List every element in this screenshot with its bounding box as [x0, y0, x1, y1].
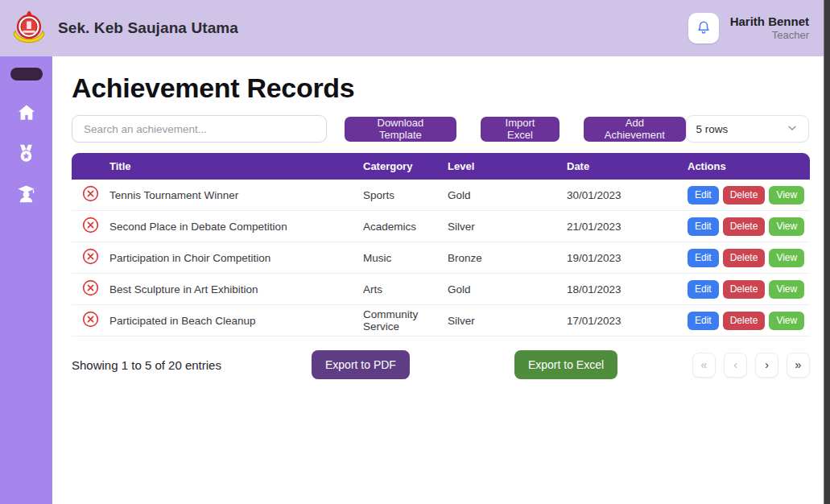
cell-title: Second Place in Debate Competition [109, 221, 363, 233]
sidebar-item-home[interactable] [10, 98, 43, 130]
remove-row-button[interactable] [72, 279, 109, 300]
cell-actions: Edit Delete View [688, 249, 810, 267]
sidebar-toggle-button[interactable] [10, 68, 43, 81]
cell-level: Silver [448, 221, 567, 233]
column-header-actions: Actions [688, 160, 810, 172]
edit-button[interactable]: Edit [688, 249, 719, 267]
bell-icon [696, 19, 712, 38]
edit-button[interactable]: Edit [688, 312, 719, 330]
cell-date: 30/01/2023 [567, 189, 688, 201]
cell-actions: Edit Delete View [688, 312, 810, 330]
last-page-button[interactable]: » [787, 353, 810, 378]
cell-actions: Edit Delete View [688, 186, 810, 204]
user-role: Teacher [730, 29, 809, 42]
table-row: Participation in Choir Competition Music… [72, 242, 810, 274]
sidebar-item-students[interactable] [10, 179, 43, 211]
table-row: Best Sculpture in Art Exhibition Arts Go… [72, 274, 810, 305]
edit-button[interactable]: Edit [688, 280, 719, 299]
column-header-level: Level [448, 160, 567, 172]
table-body: Tennis Tournament Winner Sports Gold 30/… [72, 180, 810, 337]
column-header-date: Date [567, 160, 688, 172]
red-circle-x-icon [81, 310, 100, 331]
cell-date: 18/01/2023 [567, 283, 688, 295]
cell-category: Sports [363, 189, 448, 201]
pagination: « ‹ › » [692, 353, 810, 378]
achievements-table: Title Catergory Level Date Actions Tenni… [72, 153, 810, 337]
page-title: Achievement Records [72, 72, 809, 104]
sidebar [0, 56, 52, 504]
column-header-category: Catergory [363, 160, 448, 172]
red-circle-x-icon [81, 279, 100, 300]
cell-date: 17/01/2023 [567, 315, 688, 327]
table-row: Second Place in Debate Competition Acade… [72, 211, 810, 242]
cell-category: Community Service [363, 308, 448, 333]
view-button[interactable]: View [769, 217, 804, 236]
delete-button[interactable]: Delete [723, 217, 766, 236]
delete-button[interactable]: Delete [723, 249, 766, 267]
cell-level: Gold [448, 283, 567, 295]
cell-level: Bronze [448, 252, 567, 264]
graduate-student-icon [15, 183, 37, 208]
edit-button[interactable]: Edit [688, 217, 719, 236]
view-button[interactable]: View [769, 312, 804, 330]
first-page-button[interactable]: « [692, 353, 716, 378]
view-button[interactable]: View [769, 280, 804, 299]
delete-button[interactable]: Delete [723, 186, 766, 204]
table-footer: Showing 1 to 5 of 20 entries Export to P… [72, 350, 810, 379]
previous-page-button[interactable]: ‹ [724, 353, 747, 378]
home-icon [16, 102, 37, 126]
cell-date: 21/01/2023 [567, 221, 688, 233]
table-row: Tennis Tournament Winner Sports Gold 30/… [72, 180, 810, 211]
chevron-down-icon [786, 122, 799, 137]
rows-per-page-select[interactable]: 5 rows [686, 115, 809, 143]
column-header-title: Title [109, 160, 363, 172]
remove-row-button[interactable] [72, 216, 109, 237]
entries-summary: Showing 1 to 5 of 20 entries [72, 358, 221, 372]
delete-button[interactable]: Delete [723, 280, 766, 299]
edit-button[interactable]: Edit [688, 186, 719, 204]
next-page-button[interactable]: › [755, 353, 778, 378]
red-circle-x-icon [81, 247, 100, 268]
user-info[interactable]: Harith Bennet Teacher [730, 14, 809, 43]
download-template-button[interactable]: Download Template [345, 117, 456, 142]
red-circle-x-icon [81, 216, 100, 237]
cell-level: Gold [448, 189, 567, 201]
medal-icon [15, 143, 37, 167]
export-pdf-button[interactable]: Export to PDF [312, 350, 410, 379]
export-excel-button[interactable]: Export to Excel [514, 350, 617, 379]
import-excel-button[interactable]: Import Excel [481, 117, 560, 142]
cell-actions: Edit Delete View [688, 280, 810, 299]
cell-title: Best Sculpture in Art Exhibition [109, 283, 363, 295]
cell-title: Tennis Tournament Winner [109, 189, 363, 201]
school-name: Sek. Keb Saujana Utama [58, 19, 238, 37]
rows-select-value: 5 rows [696, 123, 729, 135]
remove-row-button[interactable] [72, 184, 109, 205]
sidebar-item-achievements[interactable] [10, 138, 43, 171]
cell-actions: Edit Delete View [688, 217, 810, 236]
red-circle-x-icon [81, 184, 100, 205]
remove-row-button[interactable] [72, 310, 109, 331]
user-name: Harith Bennet [730, 14, 809, 30]
table-header-row: Title Catergory Level Date Actions [72, 153, 810, 180]
cell-category: Arts [363, 283, 448, 295]
search-input[interactable] [72, 115, 327, 143]
view-button[interactable]: View [769, 186, 804, 204]
main-content: Achievement Records Download Template Im… [52, 56, 824, 504]
toolbar: Download Template Import Excel Add Achie… [72, 115, 809, 143]
table-row: Participated in Beach Cleanup Community … [72, 305, 810, 337]
cell-title: Participation in Choir Competition [109, 252, 363, 264]
cell-title: Participated in Beach Cleanup [109, 315, 363, 327]
notifications-button[interactable] [688, 13, 719, 43]
cell-level: Silver [448, 315, 567, 327]
remove-row-button[interactable] [72, 247, 109, 268]
window-scrollbar[interactable] [824, 0, 830, 504]
app-header: Sek. Keb Saujana Utama Harith Bennet Tea… [0, 0, 824, 56]
delete-button[interactable]: Delete [723, 312, 766, 330]
add-achievement-button[interactable]: Add Achievement [584, 117, 685, 142]
cell-category: Music [363, 252, 448, 264]
cell-date: 19/01/2023 [567, 252, 688, 264]
school-logo [10, 10, 47, 47]
cell-category: Academics [363, 221, 448, 233]
view-button[interactable]: View [769, 249, 804, 267]
